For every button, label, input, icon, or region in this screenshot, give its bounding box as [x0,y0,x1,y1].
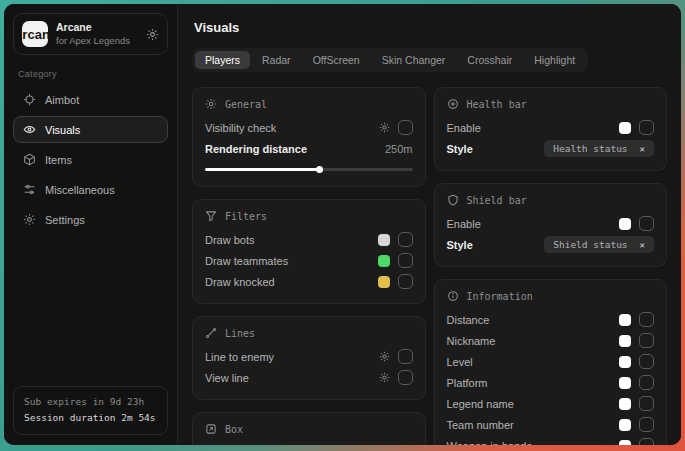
left-column: General Visibility check [192,87,426,445]
diagonal-line-icon [205,327,217,339]
sidebar-item-visuals[interactable]: Visuals [13,116,168,143]
draw-knocked-row: Draw knocked [205,271,413,292]
team-number-row: Team number [447,414,655,435]
box-enable-row: Enable [205,442,413,445]
visibility-check-row: Visibility check [205,117,413,138]
app-name: Arcane [56,21,130,35]
legend-name-checkbox[interactable] [639,396,654,411]
tab-skin-changer[interactable]: Skin Changer [372,51,456,69]
row-label: Draw knocked [205,276,275,288]
crosshair-icon [23,93,36,106]
row-label: Team number [447,419,514,431]
legend-name-row: Legend name [447,393,655,414]
nickname-checkbox[interactable] [639,333,654,348]
platform-checkbox[interactable] [639,375,654,390]
team-number-checkbox[interactable] [639,417,654,432]
shield-bar-card: Shield bar Enable Style S [434,183,668,267]
distance-checkbox[interactable] [639,312,654,327]
color-swatch[interactable] [619,419,631,431]
view-line-checkbox[interactable] [398,370,413,385]
platform-row: Platform [447,372,655,393]
color-swatch[interactable] [378,234,390,246]
slider-thumb[interactable] [316,166,323,173]
general-card: General Visibility check [192,87,426,187]
remove-icon[interactable]: ✕ [640,144,645,154]
sidebar-item-settings[interactable]: Settings [13,206,168,233]
shield-bar-card-header: Shield bar [447,194,655,206]
app-header-card: Arcane Arcane for Apex Legends [13,13,168,55]
card-title: Shield bar [467,195,527,206]
box-card: Box Enable Enable background [192,412,426,445]
color-swatch[interactable] [378,255,390,267]
row-label: Draw teammates [205,255,288,267]
card-title: Information [467,291,533,302]
sidebar-item-aimbot[interactable]: Aimbot [13,86,168,113]
remove-icon[interactable]: ✕ [640,240,645,250]
color-swatch[interactable] [619,335,631,347]
weapon-in-hands-checkbox[interactable] [639,438,654,445]
row-label: Draw bots [205,234,255,246]
level-checkbox[interactable] [639,354,654,369]
shield-enable-checkbox[interactable] [639,216,654,231]
page-title: Visuals [194,20,667,35]
color-swatch[interactable] [619,122,631,134]
information-card-header: Information [447,290,655,302]
shield-style-row: Style Shield status ✕ [447,234,655,255]
right-column: Health bar Enable Style H [434,87,668,445]
filters-card-header: Filters [205,210,413,222]
tab-highlight[interactable]: Highlight [524,51,585,69]
line-to-enemy-checkbox[interactable] [398,349,413,364]
rendering-distance-slider[interactable] [205,163,413,175]
sub-expires-text: Sub expires in 9d 23h [24,394,157,411]
draw-knocked-checkbox[interactable] [398,274,413,289]
color-swatch[interactable] [619,398,631,410]
lines-card-header: Lines [205,327,413,339]
health-style-row: Style Health status ✕ [447,138,655,159]
gear-icon[interactable] [379,372,390,383]
row-label: Level [447,356,473,368]
tab-radar[interactable]: Radar [252,51,301,69]
visibility-check-checkbox[interactable] [398,120,413,135]
card-title: Health bar [467,99,527,110]
color-swatch[interactable] [619,356,631,368]
tab-players[interactable]: Players [195,51,250,69]
lines-card: Lines Line to enemy [192,316,426,400]
shield-style-select[interactable]: Shield status ✕ [544,236,654,253]
color-swatch[interactable] [619,377,631,389]
tab-crosshair[interactable]: Crosshair [457,51,522,69]
gear-icon[interactable] [379,351,390,362]
sun-gear-icon [205,98,217,110]
cube-icon [23,153,36,166]
row-label: Rendering distance [205,143,307,155]
sidebar: Arcane Arcane for Apex Legends Category [4,4,177,445]
color-swatch[interactable] [619,218,631,230]
shield-icon [447,194,459,206]
gear-icon[interactable] [146,28,159,41]
card-title: General [225,99,267,110]
line-to-enemy-row: Line to enemy [205,346,413,367]
health-enable-checkbox[interactable] [639,120,654,135]
color-swatch[interactable] [619,440,631,446]
color-swatch[interactable] [619,314,631,326]
nickname-row: Nickname [447,330,655,351]
draw-bots-row: Draw bots [205,229,413,250]
card-title: Box [225,424,243,435]
app-logo: Arcane [22,21,48,47]
info-icon [447,290,459,302]
health-style-select[interactable]: Health status ✕ [544,140,654,157]
tab-offscreen[interactable]: OffScreen [303,51,370,69]
gear-icon[interactable] [379,122,390,133]
sidebar-item-items[interactable]: Items [13,146,168,173]
draw-bots-checkbox[interactable] [398,232,413,247]
card-title: Filters [225,211,267,222]
funnel-icon [205,210,217,222]
box-card-header: Box [205,423,413,435]
color-swatch[interactable] [378,276,390,288]
app-window: Arcane Arcane for Apex Legends Category [4,4,681,445]
draw-teammates-checkbox[interactable] [398,253,413,268]
sidebar-item-miscellaneous[interactable]: Miscellaneous [13,176,168,203]
sliders-icon [23,183,36,196]
category-label: Category [18,69,168,79]
desktop-background: Arcane Arcane for Apex Legends Category [0,0,685,451]
row-label: Weapon in hands [447,440,532,446]
